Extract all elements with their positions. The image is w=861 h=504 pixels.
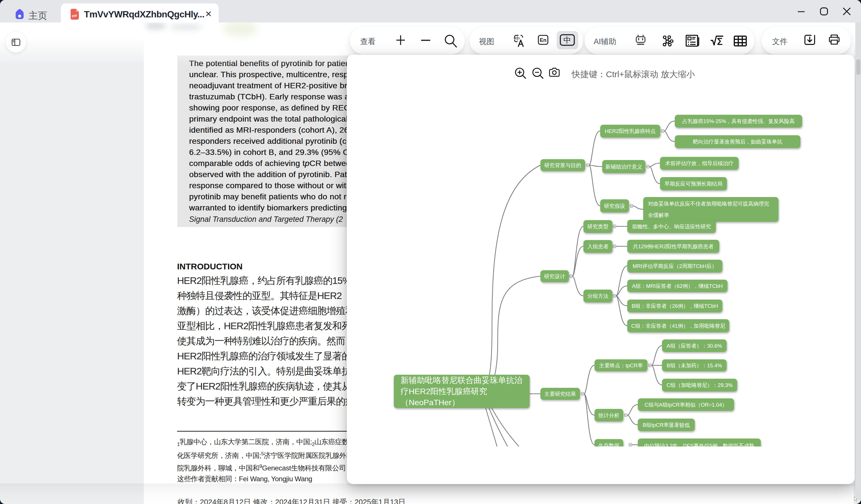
svg-text:中: 中 xyxy=(515,36,520,42)
svg-text:En: En xyxy=(540,37,547,43)
svg-text:中: 中 xyxy=(563,36,571,44)
svg-text:pdf: pdf xyxy=(72,14,77,17)
